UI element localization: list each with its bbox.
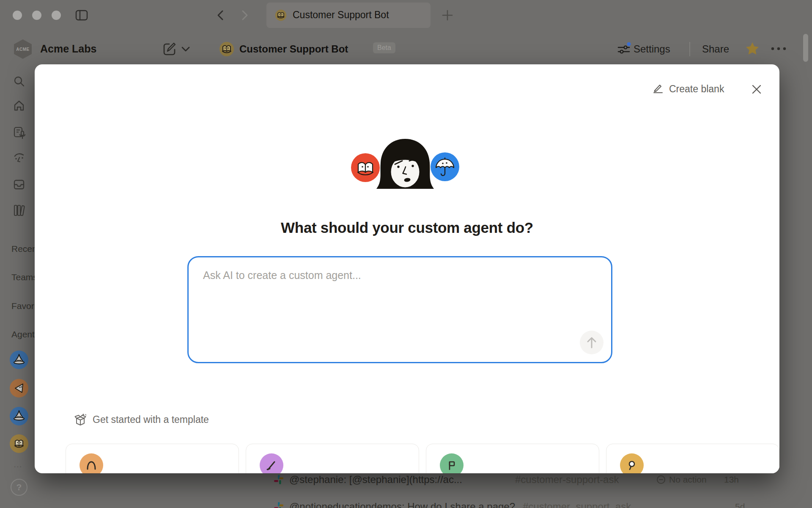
template-cards-row [66, 444, 779, 473]
row-channel-tag[interactable]: #customer_support_ask [523, 501, 631, 508]
background-table-rows: @stephanie: [@stephanie](https://ac... #… [0, 473, 812, 508]
page-book-face-icon [219, 41, 234, 57]
template-icon [80, 453, 103, 473]
row-timestamp: 5d [735, 502, 745, 508]
sidebar-toggle-icon[interactable] [75, 9, 88, 21]
create-blank-button[interactable]: Create blank [652, 83, 724, 95]
more-options-icon[interactable] [770, 46, 787, 52]
agent-avatar-triangle[interactable] [10, 379, 28, 398]
search-icon[interactable] [13, 75, 25, 87]
library-icon[interactable] [13, 204, 26, 217]
no-action-icon [656, 475, 666, 484]
agent-prompt-box [187, 256, 612, 363]
notification-dot [627, 42, 631, 46]
tab-customer-support-bot[interactable]: Customer Support Bot [266, 3, 431, 28]
row-channel-tag[interactable]: #customer-support-ask [515, 474, 619, 486]
back-icon[interactable] [215, 9, 226, 21]
meeting-notes-icon[interactable] [13, 126, 26, 139]
notion-ai-face-icon[interactable] [13, 152, 26, 165]
agent-avatar-book[interactable] [10, 434, 28, 453]
compose-icon[interactable] [162, 42, 177, 56]
wizard-hat-icon [12, 409, 26, 423]
page-title: Customer Support Bot [239, 43, 348, 55]
inbox-icon[interactable] [13, 179, 25, 190]
book-face-icon [11, 436, 27, 451]
template-section-header: Get started with a template [74, 413, 209, 426]
close-icon[interactable] [751, 84, 762, 95]
header-divider [689, 42, 690, 56]
slack-icon [273, 474, 284, 485]
chevron-down-icon[interactable] [181, 46, 190, 52]
close-window-button[interactable] [13, 11, 22, 20]
template-card-4[interactable] [606, 444, 779, 473]
row-action-status: No action [669, 475, 707, 485]
scrollbar-thumb[interactable] [803, 34, 808, 62]
create-agent-modal: Create blank [35, 64, 779, 473]
tab-title: Customer Support Bot [293, 9, 389, 21]
agents-more-dots[interactable]: ⋯ [14, 461, 23, 472]
app-window: Customer Support Bot ACME Acme Labs Cust… [0, 0, 812, 508]
create-blank-label: Create blank [669, 83, 724, 95]
agent-avatar-wizard-2[interactable] [10, 407, 28, 425]
template-card-3[interactable] [426, 444, 599, 473]
wizard-hat-icon [12, 353, 26, 367]
workspace-logo: ACME [14, 39, 32, 59]
agent-avatar-wizard[interactable] [10, 351, 28, 369]
template-card-2[interactable] [246, 444, 419, 473]
paper-plane-icon [12, 381, 26, 395]
workspace-logo-text: ACME [16, 47, 29, 52]
arrow-up-icon [586, 336, 597, 349]
row-message[interactable]: @stephanie: [@stephanie](https://ac... [289, 474, 462, 486]
share-button[interactable]: Share [702, 43, 729, 55]
traffic-lights [13, 11, 61, 20]
template-card-1[interactable] [66, 444, 239, 473]
agent-prompt-input[interactable] [189, 257, 611, 362]
submit-prompt-button[interactable] [580, 331, 604, 354]
new-tab-icon[interactable] [442, 9, 453, 21]
row-timestamp: 13h [724, 475, 739, 485]
agent-illustration [350, 137, 460, 196]
slack-icon [273, 501, 284, 508]
template-icon [620, 453, 644, 473]
workspace-name[interactable]: Acme Labs [40, 43, 96, 55]
pencil-line-icon [652, 83, 664, 95]
home-icon[interactable] [13, 100, 25, 112]
favorite-star-icon[interactable] [744, 41, 760, 57]
settings-sliders-icon [617, 42, 631, 57]
row-message[interactable]: @notioneducationdemos: How do I share a … [289, 501, 515, 508]
settings-button[interactable]: Settings [634, 43, 670, 55]
template-icon [260, 453, 283, 473]
book-face-icon [275, 9, 287, 21]
zoom-window-button[interactable] [52, 11, 61, 20]
beta-badge: Beta [373, 42, 395, 53]
forward-icon[interactable] [239, 9, 250, 21]
minimize-window-button[interactable] [32, 11, 41, 20]
template-section-label: Get started with a template [93, 414, 209, 425]
template-icon [440, 453, 464, 473]
template-box-icon [74, 413, 87, 426]
modal-heading: What should your custom agent do? [35, 219, 779, 236]
